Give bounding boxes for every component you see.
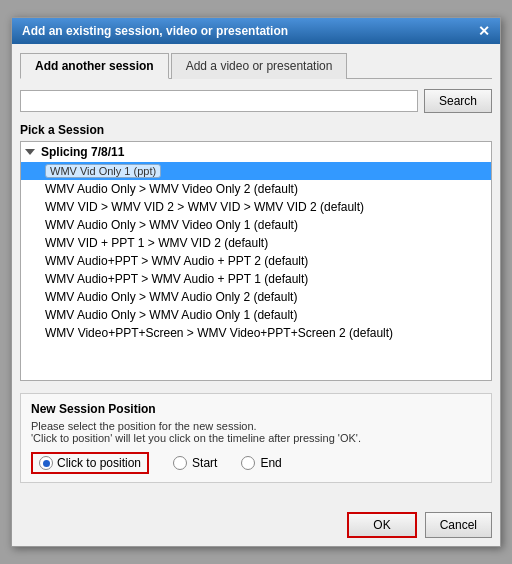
dialog-body: Add another session Add a video or prese… (12, 44, 500, 546)
tree-child-5[interactable]: WMV Audio+PPT > WMV Audio + PPT 2 (defau… (21, 252, 491, 270)
position-section: New Session Position Please select the p… (20, 393, 492, 483)
position-options: Click to position Start End (31, 452, 481, 474)
tree-child-9[interactable]: WMV Video+PPT+Screen > WMV Video+PPT+Scr… (21, 324, 491, 342)
position-option-click[interactable]: Click to position (31, 452, 149, 474)
tabs: Add another session Add a video or prese… (20, 52, 492, 79)
position-option-end[interactable]: End (241, 456, 281, 470)
tree-child-6[interactable]: WMV Audio+PPT > WMV Audio + PPT 1 (defau… (21, 270, 491, 288)
position-start-label: Start (192, 456, 217, 470)
tree-child-2[interactable]: WMV VID > WMV VID 2 > WMV VID > WMV VID … (21, 198, 491, 216)
buttons-row: OK Cancel (20, 508, 492, 538)
tree-child-8[interactable]: WMV Audio Only > WMV Audio Only 1 (defau… (21, 306, 491, 324)
radio-start (173, 456, 187, 470)
dialog: Add an existing session, video or presen… (11, 17, 501, 547)
dialog-close-button[interactable]: ✕ (478, 24, 490, 38)
tree-parent[interactable]: Splicing 7/8/11 (21, 142, 491, 162)
position-option-start[interactable]: Start (173, 456, 217, 470)
cancel-button[interactable]: Cancel (425, 512, 492, 538)
tree-child-7[interactable]: WMV Audio Only > WMV Audio Only 2 (defau… (21, 288, 491, 306)
search-row: Search (20, 89, 492, 113)
tree-child-0[interactable]: WMV Vid Only 1 (ppt) (21, 162, 491, 180)
session-list[interactable]: Splicing 7/8/11 WMV Vid Only 1 (ppt)WMV … (20, 141, 492, 381)
tree-child-4[interactable]: WMV VID + PPT 1 > WMV VID 2 (default) (21, 234, 491, 252)
dialog-titlebar: Add an existing session, video or presen… (12, 18, 500, 44)
position-description: Please select the position for the new s… (31, 420, 481, 444)
search-input[interactable] (20, 90, 418, 112)
tree-child-3[interactable]: WMV Audio Only > WMV Video Only 1 (defau… (21, 216, 491, 234)
radio-click-inner (43, 460, 50, 467)
tree-child-1[interactable]: WMV Audio Only > WMV Video Only 2 (defau… (21, 180, 491, 198)
pick-session-label: Pick a Session (20, 123, 492, 137)
tab-add-session[interactable]: Add another session (20, 53, 169, 79)
position-click-label: Click to position (57, 456, 141, 470)
radio-end (241, 456, 255, 470)
position-end-label: End (260, 456, 281, 470)
search-button[interactable]: Search (424, 89, 492, 113)
collapse-icon (25, 149, 35, 155)
radio-click (39, 456, 53, 470)
position-title: New Session Position (31, 402, 481, 416)
tree-parent-label: Splicing 7/8/11 (41, 145, 124, 159)
dialog-title: Add an existing session, video or presen… (22, 24, 288, 38)
tab-add-video[interactable]: Add a video or presentation (171, 53, 348, 79)
ok-button[interactable]: OK (347, 512, 416, 538)
tree-children: WMV Vid Only 1 (ppt)WMV Audio Only > WMV… (21, 162, 491, 342)
